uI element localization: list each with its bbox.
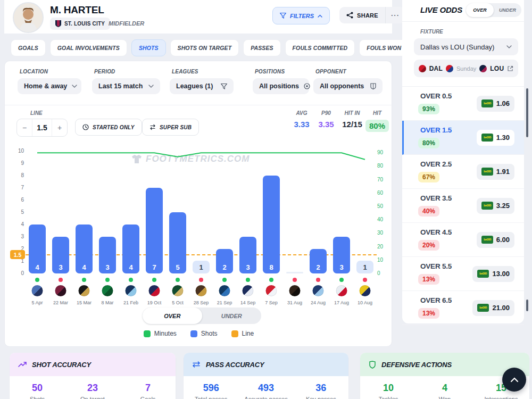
summary-stat-value: 80% (365, 120, 389, 132)
filter-label: PERIOD (94, 69, 160, 74)
line-decrement-button[interactable]: − (17, 119, 32, 136)
match-column: 317 Aug (330, 151, 353, 309)
odds-over-under-toggle: OVER UNDER (466, 3, 521, 17)
odds-row-over-1.5[interactable]: OVER 1.580%bet3651.30 (402, 121, 524, 155)
shots-bar[interactable]: 1 (356, 261, 373, 273)
bet365-label: bet365 (484, 238, 491, 242)
bookmaker-odds-chip[interactable]: bet3653.25 (477, 198, 514, 214)
pin-icon (304, 83, 310, 89)
odds-row-label: OVER 1.5 (420, 126, 452, 134)
shots-bar[interactable] (286, 272, 303, 273)
card-body: 596Total passes493Accurate passes36Key p… (184, 376, 348, 399)
odds-row-over-5.5[interactable]: OVER 5.513%bet36513.00 (402, 257, 524, 291)
filter-period: PERIODLast 15 match (92, 69, 160, 94)
summary-stats: AVG3.33P903.35HIT IN12/15HIT80% (281, 110, 384, 138)
card-stat-label: On target (65, 396, 120, 399)
matchup-pill[interactable]: DAL Sunday LOU (414, 60, 518, 77)
shots-bar-value: 1 (193, 263, 210, 271)
tab-goals[interactable]: GOALS (11, 39, 46, 56)
odds-row-over-0.5[interactable]: OVER 0.593%bet3651.06 (402, 87, 524, 121)
shots-bar[interactable]: 4 (76, 225, 93, 273)
team-badge[interactable]: ST. LOUIS CITY (50, 18, 110, 30)
filter-location: LOCATIONHome & away (18, 69, 81, 94)
filter-select-leagues[interactable]: Leagues (1) (170, 78, 234, 94)
tab-fouls-committed[interactable]: FOULS COMMITTED (285, 39, 355, 56)
summary-stat-p90: P903.35 (318, 110, 334, 129)
card-title: PASS ACCURACY (206, 361, 264, 369)
minutes-tick: 0 (377, 270, 391, 276)
card-stat: 493Accurate passes (238, 376, 293, 399)
chart-toggle-over[interactable]: OVER (143, 307, 202, 324)
filters-button-label: FILTERS (290, 13, 314, 19)
share-icon (346, 12, 353, 19)
bet365-icon: bet365 (481, 202, 493, 210)
odds-value: 6.00 (496, 236, 510, 244)
odds-row-over-6.5[interactable]: OVER 6.513%bet36521.00 (402, 291, 524, 325)
super-sub-button[interactable]: SUPER SUB (142, 119, 199, 136)
odds-row-over-3.5[interactable]: OVER 3.540%bet3653.25 (402, 189, 524, 223)
bookmaker-odds-chip[interactable]: bet36513.00 (472, 266, 514, 282)
tab-shots-on-target[interactable]: SHOTS ON TARGET (170, 39, 239, 56)
shots-bar[interactable]: 3 (239, 237, 256, 273)
shots-bar[interactable]: 7 (146, 188, 163, 273)
share-button[interactable]: SHARE (339, 7, 385, 23)
shots-bar[interactable]: 2 (310, 249, 327, 273)
scroll-to-top-button[interactable] (502, 368, 526, 392)
odds-toggle-under[interactable]: UNDER (494, 3, 521, 17)
bookmaker-odds-chip[interactable]: bet3651.91 (477, 164, 514, 180)
filter-select-period[interactable]: Last 15 match (92, 78, 160, 94)
y-tick: 5 (10, 209, 24, 215)
odds-toggle-over[interactable]: OVER (466, 3, 494, 17)
filter-select-location[interactable]: Home & away (18, 78, 81, 94)
filters-button[interactable]: FILTERS (272, 7, 330, 24)
line-increment-button[interactable]: + (52, 119, 67, 136)
team-crest-icon (172, 285, 184, 296)
bookmaker-odds-chip[interactable]: bet3651.30 (477, 130, 514, 146)
y-tick: 0 (10, 270, 24, 276)
match-date: 7 Sep (260, 300, 283, 305)
tab-goal-involvements[interactable]: GOAL INVOLVEMENTS (50, 39, 127, 56)
external-link-icon[interactable] (507, 65, 513, 72)
bookmaker-odds-chip[interactable]: bet36521.00 (472, 300, 514, 316)
card-stat-value: 10 (360, 383, 417, 394)
minutes-tick: 80 (377, 163, 391, 169)
team-crest-icon (266, 285, 277, 296)
shots-bar-value: 4 (29, 263, 46, 271)
tab-fouls-won[interactable]: FOULS WON (359, 39, 409, 56)
odds-list: OVER 0.593%bet3651.06OVER 1.580%bet3651.… (402, 87, 524, 325)
shots-bar[interactable]: 2 (216, 249, 233, 273)
shots-bar[interactable]: 4 (122, 225, 139, 273)
shots-bar[interactable]: 3 (52, 237, 69, 273)
card-stat-value: 7 (120, 383, 176, 394)
shots-bar[interactable]: 3 (99, 237, 116, 273)
bookmaker-odds-chip[interactable]: bet3651.06 (477, 96, 514, 112)
card-stat: 10Tackles (360, 376, 417, 399)
started-only-button[interactable]: STARTED ONLY (75, 119, 142, 136)
odds-row-over-2.5[interactable]: OVER 2.567%bet3651.91 (402, 155, 524, 189)
scrollbar-thumb[interactable] (526, 88, 528, 137)
player-header: M. HARTEL ST. LOUIS CITY MIDFIELDER FILT… (4, 0, 392, 34)
odds-row-over-4.5[interactable]: OVER 4.520%bet3656.00 (402, 223, 524, 257)
tab-passes[interactable]: PASSES (243, 39, 280, 56)
dal-crest-icon (446, 65, 453, 72)
shots-bar[interactable]: 1 (193, 261, 210, 273)
fixture-select[interactable]: Dallas vs LOU (Sunday) (414, 38, 518, 55)
shots-bar[interactable]: 4 (29, 225, 46, 273)
chart-toggle-under[interactable]: UNDER (202, 307, 262, 324)
bookmaker-odds-chip[interactable]: bet3656.00 (477, 232, 514, 248)
shots-bar[interactable]: 8 (263, 176, 280, 273)
filter-value: Last 15 match (98, 82, 143, 90)
match-date: 5 Apr (26, 300, 49, 305)
shots-bar[interactable]: 3 (333, 237, 350, 273)
filter-select-opponent[interactable]: All opponents (313, 78, 383, 94)
shots-bar[interactable]: 5 (169, 212, 186, 273)
match-date: 24 Aug (306, 300, 330, 305)
result-dot (316, 278, 320, 282)
card-title: DEFENSIVE ACTIONS (381, 361, 452, 369)
result-dot (199, 278, 203, 282)
card-header: SHOT ACCURACY (10, 353, 176, 376)
filter-select-positions[interactable]: All positions (253, 78, 309, 94)
tab-shots[interactable]: SHOTS (131, 39, 166, 56)
live-odds-panel: LIVE ODDS OVER UNDER FIXTURE Dallas vs L… (402, 0, 524, 323)
scrollbar-thumb[interactable] (526, 300, 528, 311)
